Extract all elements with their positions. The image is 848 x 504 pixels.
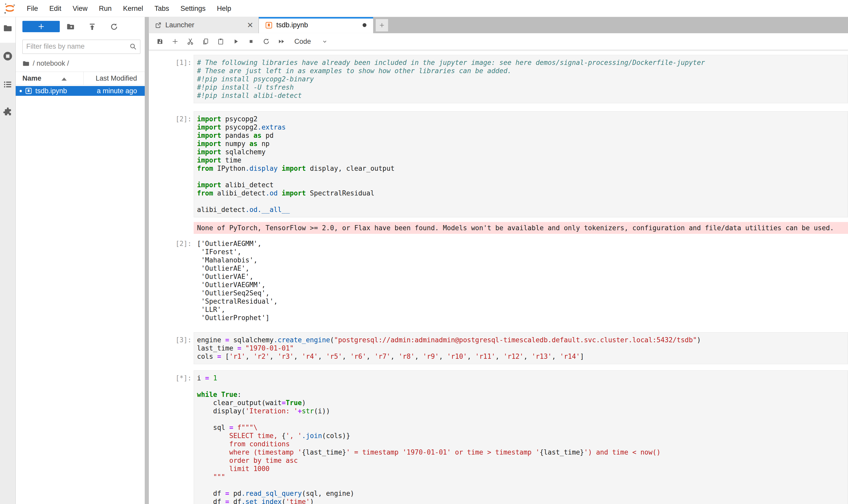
menu-tabs[interactable]: Tabs [149, 0, 175, 17]
restart-icon [263, 38, 270, 45]
file-list-header: Name Last Modified [16, 72, 145, 85]
insert-cell-button[interactable] [169, 36, 181, 48]
menu-items: FileEditViewRunKernelTabsSettingsHelp [21, 0, 237, 17]
restart-run-all-button[interactable] [275, 36, 287, 48]
unsaved-changes-dot [363, 23, 366, 27]
cut-icon [186, 38, 194, 45]
cell-prompt: [2]: [149, 111, 194, 217]
execute-result-output: [2]:['OutlierAEGMM', 'IForest', 'Mahalan… [149, 239, 848, 322]
cell-stderr-output: None of PyTorch, TensorFlow >= 2.0, or F… [194, 222, 848, 234]
extensions-icon[interactable] [3, 107, 13, 117]
running-kernels-icon[interactable] [3, 51, 13, 61]
cell-prompt: [1]: [149, 55, 194, 103]
tab-tsdb-notebook[interactable]: tsdb.ipynb [259, 17, 373, 33]
new-tab-button[interactable] [376, 19, 388, 32]
run-icon [233, 38, 239, 45]
menu-bar: FileEditViewRunKernelTabsSettingsHelp [0, 0, 848, 17]
cell-prompt: [2]: [149, 239, 194, 322]
file-name: tsdb.ipynb [35, 87, 67, 95]
new-folder-icon[interactable] [67, 23, 75, 31]
search-icon [129, 43, 137, 51]
fast-forward-icon [277, 38, 285, 45]
filter-files-box [22, 40, 140, 54]
cell-type-dropdown[interactable]: Code [294, 38, 311, 46]
menu-edit[interactable]: Edit [44, 0, 67, 17]
menu-file[interactable]: File [21, 0, 44, 17]
column-header-name[interactable]: Name [22, 74, 41, 83]
cell-input-editor[interactable]: i = 1 while True: clear_output(wait=True… [194, 370, 848, 504]
interrupt-kernel-button[interactable] [245, 36, 257, 48]
code-cell-1: [1]:# The following libraries have alrea… [149, 55, 848, 103]
add-cell-icon [172, 38, 179, 45]
copy-cells-button[interactable] [200, 36, 212, 48]
menu-kernel[interactable]: Kernel [118, 0, 149, 17]
tab-tsdb-label: tsdb.ipynb [276, 21, 308, 29]
stderr-output: None of PyTorch, TensorFlow >= 2.0, or F… [149, 222, 848, 234]
sort-ascending-icon [61, 77, 67, 80]
breadcrumb[interactable]: / notebook / [22, 59, 69, 68]
save-icon [156, 38, 164, 45]
plus-icon [379, 22, 385, 28]
cell-input-editor[interactable]: # The following libraries have already b… [194, 55, 848, 103]
refresh-icon[interactable] [110, 23, 118, 31]
upload-icon[interactable] [88, 23, 96, 31]
cell-input-editor[interactable]: engine = sqlalchemy.create_engine("postg… [194, 332, 848, 364]
code-cell-4: [*]:i = 1 while True: clear_output(wait=… [149, 370, 848, 504]
stop-icon [248, 38, 254, 45]
breadcrumb-path: / notebook / [33, 59, 69, 68]
notebook-icon [265, 21, 273, 29]
menu-settings[interactable]: Settings [175, 0, 212, 17]
menu-help[interactable]: Help [211, 0, 237, 17]
home-folder-icon [22, 60, 30, 67]
notebook-cells: [1]:# The following libraries have alrea… [149, 55, 848, 504]
launcher-icon [155, 22, 162, 29]
cell-input-editor[interactable]: import psycopg2import psycopg2.extrasimp… [194, 111, 848, 217]
cell-prompt: [3]: [149, 332, 194, 364]
main-dock-area: Launcher ✕ tsdb.ipynb [149, 17, 848, 504]
code-cell-3: [3]:engine = sqlalchemy.create_engine("p… [149, 332, 848, 364]
table-of-contents-icon[interactable] [3, 80, 12, 89]
code-cell-2: [2]:import psycopg2import psycopg2.extra… [149, 111, 848, 217]
tab-launcher[interactable]: Launcher ✕ [149, 17, 259, 33]
menu-run[interactable]: Run [93, 0, 118, 17]
running-indicator-dot [20, 90, 22, 92]
chevron-down-icon[interactable] [321, 38, 328, 45]
cell-execute-result: ['OutlierAEGMM', 'IForest', 'Mahalanobis… [194, 239, 848, 322]
new-launcher-button[interactable] [22, 21, 60, 32]
folder-icon[interactable] [3, 24, 12, 33]
panel-splitter[interactable] [145, 17, 149, 504]
file-last-modified: a minute ago [97, 87, 137, 95]
close-tab-icon[interactable]: ✕ [247, 21, 253, 30]
filter-files-input[interactable] [26, 40, 127, 53]
tab-launcher-label: Launcher [165, 21, 194, 29]
left-sidebar-strip [0, 17, 16, 504]
cell-prompt [149, 222, 194, 234]
plus-icon [37, 23, 45, 30]
notebook-toolbar: Code [149, 33, 848, 50]
paste-icon [217, 38, 224, 45]
notebook-file-icon [25, 87, 32, 94]
file-row-selected[interactable]: tsdb.ipynb a minute ago [16, 86, 145, 96]
column-header-last-modified[interactable]: Last Modified [95, 74, 137, 83]
file-browser-panel: / notebook / Name Last Modified tsdb.ipy… [16, 17, 145, 504]
restart-kernel-button[interactable] [260, 36, 272, 48]
paste-cells-button[interactable] [215, 36, 227, 48]
run-cell-button[interactable] [230, 36, 242, 48]
cut-cells-button[interactable] [184, 36, 196, 48]
active-tab-indicator [259, 17, 373, 19]
save-button[interactable] [154, 36, 166, 48]
copy-icon [202, 38, 209, 45]
cell-prompt: [*]: [149, 370, 194, 504]
jupyter-logo [4, 2, 16, 15]
tab-bar: Launcher ✕ tsdb.ipynb [149, 17, 848, 33]
notebook-scroll-area[interactable]: [1]:# The following libraries have alrea… [149, 50, 848, 504]
menu-view[interactable]: View [67, 0, 93, 17]
